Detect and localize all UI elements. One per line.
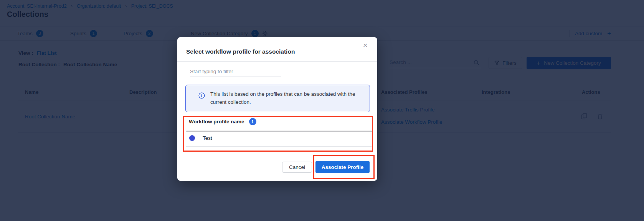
modal-title: Select workflow profile for association (186, 48, 295, 55)
section-divider (186, 131, 372, 132)
profile-filter-input[interactable] (190, 66, 281, 77)
close-icon[interactable]: × (363, 41, 368, 49)
collections-page: Account: SEI-Internal-Prod2 › Organizati… (0, 0, 644, 221)
option-row-divider (186, 146, 372, 147)
profile-option-label: Test (203, 135, 212, 141)
info-icon (198, 92, 205, 99)
cancel-button[interactable]: Cancel (282, 162, 312, 173)
workflow-profile-section-header: Workflow profile name 1 (189, 118, 256, 125)
profile-option-test[interactable]: Test (186, 132, 372, 144)
modal-title-divider (177, 61, 377, 62)
associate-profile-button[interactable]: Associate Profile (315, 161, 370, 173)
radio-selected-icon[interactable] (189, 135, 195, 141)
info-callout-text: This list is based on the profiles that … (210, 90, 366, 106)
profile-count-badge: 1 (249, 118, 256, 125)
info-callout: This list is based on the profiles that … (185, 85, 370, 112)
select-workflow-profile-modal: Select workflow profile for association … (177, 37, 377, 181)
workflow-profile-name-heading: Workflow profile name (189, 119, 244, 124)
